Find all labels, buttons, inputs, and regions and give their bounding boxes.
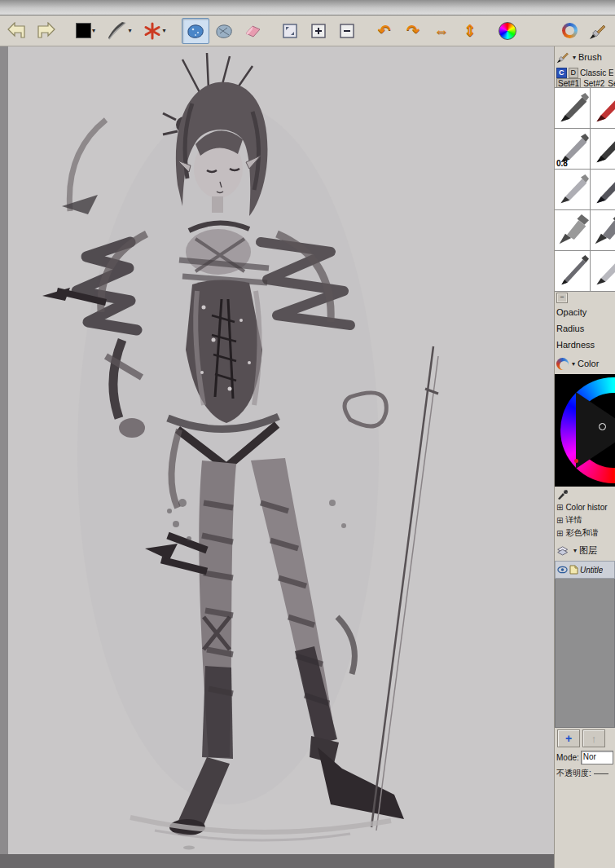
redo-icon <box>36 22 55 40</box>
expander-color-harmony[interactable]: ⊞ 彩色和谐 <box>555 527 615 540</box>
layer-visibility-eye-icon[interactable] <box>557 566 568 574</box>
radius-slider[interactable]: Radius <box>555 320 615 337</box>
paintbrush-icon <box>589 22 607 40</box>
scratchpad-button[interactable]: ▾ <box>138 18 172 44</box>
hsv-color-wheel[interactable] <box>555 374 615 487</box>
layer-row[interactable]: Untitle <box>555 561 615 579</box>
brush-panel-header[interactable]: ▾ Brush <box>555 46 615 68</box>
color-ring-icon <box>562 23 578 38</box>
smudge-tool-button[interactable] <box>210 18 238 44</box>
flip-horizontal-icon: ⇔ <box>434 23 450 38</box>
rotate-left-button[interactable]: ↶ <box>371 18 398 44</box>
brush-thumbnail-chisel-marker[interactable] <box>590 209 615 251</box>
color-wheel-icon <box>499 22 516 40</box>
chevron-down-icon: ▾ <box>92 27 95 34</box>
brush-panel-button[interactable] <box>584 18 612 44</box>
brush-panel-title: Brush <box>578 52 602 62</box>
add-layer-button[interactable]: + <box>557 729 580 747</box>
chevron-down-icon: ▾ <box>573 54 576 61</box>
mode-select[interactable]: Nor <box>581 751 613 764</box>
canvas-area[interactable] <box>0 46 554 868</box>
hardness-slider[interactable]: Hardness <box>555 337 615 353</box>
brush-thumbnail-pencil[interactable] <box>554 87 591 129</box>
expand-plus-icon: ⊞ <box>556 503 563 512</box>
collapse-button[interactable]: − <box>556 293 568 303</box>
chevron-down-icon: ▾ <box>162 27 165 34</box>
opacity-slider[interactable]: Opacity <box>555 304 615 320</box>
raise-layer-button[interactable]: ↑ <box>582 729 605 747</box>
layer-mode-row: Mode: Nor <box>555 749 615 765</box>
zoom-out-button[interactable] <box>333 18 361 44</box>
brush-size-badge: 0.8 <box>556 159 568 168</box>
color-panel-title: Color <box>578 359 599 368</box>
brush-thumbnail-fine-liner[interactable] <box>554 250 591 292</box>
canvas-margin-bottom <box>0 854 554 868</box>
rotate-left-icon: ↶ <box>378 23 391 38</box>
zoom-out-icon <box>338 22 356 40</box>
current-color-swatch <box>76 23 91 38</box>
rotate-right-icon: ↷ <box>406 23 420 38</box>
eraser-tool-button[interactable] <box>239 18 266 44</box>
brush-group-tab-d[interactable]: D <box>569 68 579 78</box>
color-marker <box>599 423 606 430</box>
brush-group-name: Classic Exp <box>580 68 613 77</box>
flip-horizontal-button[interactable]: ⇔ <box>428 18 455 44</box>
expander-color-history[interactable]: ⊞ Color histor <box>555 500 615 513</box>
color-swatch-button[interactable]: ▾ <box>69 18 102 44</box>
redo-button[interactable] <box>32 18 59 44</box>
color-panel-header[interactable]: ▾ Color <box>555 353 615 374</box>
artwork-sketch <box>8 46 554 854</box>
undo-button[interactable] <box>3 18 31 44</box>
expander-label: 详情 <box>565 514 582 526</box>
zoom-in-icon <box>310 22 327 40</box>
undo-icon <box>7 22 27 40</box>
brush-group-tab-c[interactable]: C <box>556 68 567 78</box>
brush-settings-collapse: − <box>555 292 615 304</box>
titlebar[interactable] <box>0 0 615 15</box>
brush-set-tab-3[interactable]: Se <box>607 79 615 88</box>
brush-thumbnail-dark-pen[interactable] <box>590 128 615 170</box>
zoom-in-button[interactable] <box>305 18 332 44</box>
layers-panel-title: 图层 <box>579 544 597 557</box>
expand-plus-icon: ⊞ <box>556 529 563 538</box>
brush-thumbnail-highlighter[interactable] <box>554 209 591 251</box>
expand-plus-icon: ⊞ <box>556 516 563 525</box>
expander-details[interactable]: ⊞ 详情 <box>555 513 615 527</box>
layer-opacity-row: 不透明度: <box>555 765 615 782</box>
canvas-document[interactable] <box>8 46 554 854</box>
flip-vertical-button[interactable]: ⇕ <box>456 18 484 44</box>
brush-preview-button[interactable]: ▾ <box>103 18 137 44</box>
paintbrush-icon <box>556 51 569 64</box>
rotate-right-button[interactable]: ↷ <box>399 18 427 44</box>
brush-thumbnail-red-pen[interactable] <box>590 87 615 129</box>
fit-window-button[interactable] <box>276 18 304 44</box>
right-panel: ▾ Brush C D Classic Exp Set#1 Set#2 Se <box>554 46 615 868</box>
chevron-down-icon: ▾ <box>572 360 575 368</box>
paint-blob-icon <box>186 22 205 40</box>
app-window: ▾ ▾ ▾ <box>0 0 615 868</box>
opacity-slider-track[interactable] <box>594 773 608 774</box>
opacity-label: 不透明度: <box>556 768 591 779</box>
expander-label: Color histor <box>565 503 607 512</box>
layer-list-area[interactable] <box>555 579 615 728</box>
brush-set-tab-2[interactable]: Set#2 <box>582 79 605 88</box>
brush-thumbnail-pen-08[interactable]: 0.8 <box>554 128 591 170</box>
eyedropper-row <box>555 487 615 500</box>
sv-triangle[interactable] <box>576 392 615 469</box>
layers-panel-header[interactable]: ▾ 图层 <box>555 540 615 561</box>
brush-thumbnail-ink-pen[interactable] <box>590 169 615 210</box>
expander-label: 彩色和谐 <box>565 527 598 539</box>
starburst-icon <box>143 22 161 40</box>
color-ring-panel-button[interactable] <box>556 18 583 44</box>
layer-buttons: + ↑ <box>555 728 615 749</box>
eyedropper-icon[interactable] <box>557 488 569 500</box>
brush-thumbnail-fountain-pen[interactable] <box>554 169 591 210</box>
fit-window-icon <box>281 22 299 40</box>
brush-stroke-icon <box>108 21 127 41</box>
brush-group-row: C D Classic Exp <box>555 68 615 78</box>
color-wheel-button[interactable] <box>494 18 521 44</box>
paint-tool-button[interactable] <box>182 18 209 44</box>
brush-grid: 0.8 <box>555 88 615 292</box>
brush-thumbnail-brush-pen[interactable] <box>590 250 615 292</box>
chevron-down-icon: ▾ <box>573 547 577 554</box>
